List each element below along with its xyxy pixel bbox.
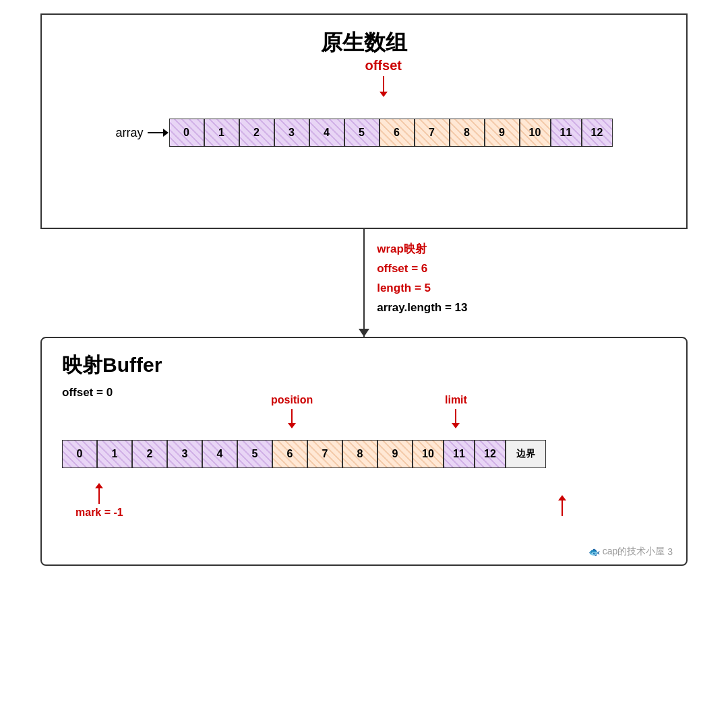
bottom-array-area: position limit 0123456789101112边界 mark =…	[62, 440, 666, 468]
top-cell-2: 2	[239, 119, 274, 147]
bottom-section: 映射Buffer offset = 0 position limit 01234…	[40, 337, 688, 566]
top-cell-1: 1	[204, 119, 239, 147]
bottom-cell-5: 5	[237, 440, 272, 468]
top-title: 原生数组	[321, 28, 407, 58]
connector-arrow	[359, 329, 369, 337]
bottom-cell-11: 11	[444, 440, 475, 468]
top-cell-9: 9	[485, 119, 520, 147]
array-row: array 0123456789101112	[115, 119, 612, 147]
bottom-title: 映射Buffer	[62, 352, 666, 379]
array-label: array	[115, 126, 143, 140]
offset-label-top: offset	[365, 58, 401, 96]
top-cell-5: 5	[344, 119, 380, 147]
top-cell-3: 3	[274, 119, 309, 147]
top-cell-4: 4	[309, 119, 344, 147]
boundary-arrow-indicator	[562, 496, 563, 519]
bottom-cells-wrapper: position limit 0123456789101112边界 mark =…	[62, 440, 546, 468]
boundary-cell: 边界	[506, 440, 546, 468]
top-cell-11: 11	[551, 119, 582, 147]
mark-indicator: mark = -1	[75, 484, 123, 519]
top-cell-8: 8	[450, 119, 485, 147]
top-cells: 0123456789101112	[169, 119, 613, 147]
bottom-cell-9: 9	[377, 440, 413, 468]
top-cell-0: 0	[169, 119, 204, 147]
bottom-cell-0: 0	[62, 440, 97, 468]
bottom-cell-4: 4	[202, 440, 237, 468]
position-indicator: position	[271, 394, 313, 428]
bottom-cell-2: 2	[132, 440, 167, 468]
bottom-cell-12: 12	[475, 440, 506, 468]
top-section: 原生数组 offset array 0123456789101112	[40, 13, 688, 229]
top-cell-10: 10	[520, 119, 551, 147]
middle-text: wrap映射 offset = 6 length = 5 array.lengt…	[377, 240, 467, 318]
bottom-cell-7: 7	[307, 440, 342, 468]
bottom-cell-6: 6	[272, 440, 307, 468]
bottom-cells-row: 0123456789101112边界	[62, 440, 546, 468]
connector-line	[363, 229, 365, 337]
array-arrow	[148, 132, 168, 133]
middle-connector: wrap映射 offset = 6 length = 5 array.lengt…	[40, 229, 688, 337]
top-cell-7: 7	[415, 119, 450, 147]
bottom-offset-text: offset = 0	[62, 386, 666, 399]
bottom-cell-10: 10	[413, 440, 444, 468]
watermark: 🐟 cap的技术小屋 3	[588, 546, 673, 558]
bottom-cell-8: 8	[342, 440, 377, 468]
top-cell-6: 6	[380, 119, 415, 147]
mark-label: mark = -1	[75, 507, 123, 519]
bottom-cell-1: 1	[97, 440, 132, 468]
bottom-cell-3: 3	[167, 440, 202, 468]
top-cell-12: 12	[582, 119, 613, 147]
limit-indicator: limit	[445, 394, 467, 428]
